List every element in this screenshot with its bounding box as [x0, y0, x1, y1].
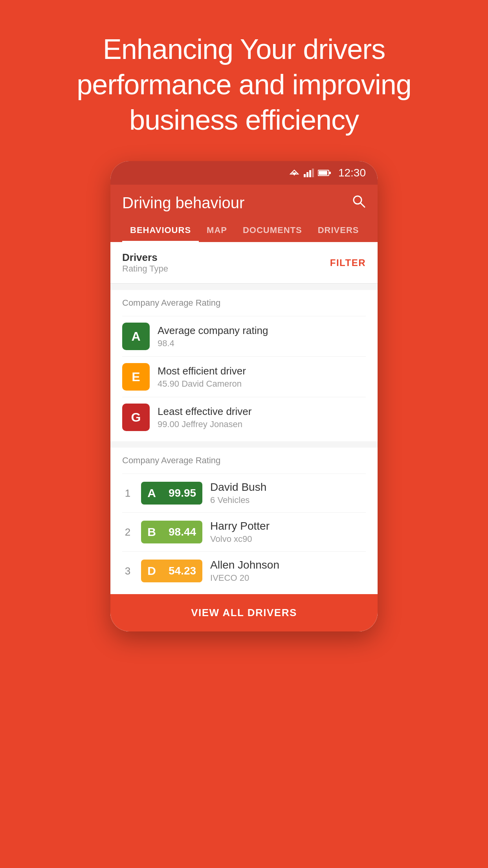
driver-sub-3: IVECO 20 — [210, 573, 279, 583]
driver-name-1: David Bush — [210, 481, 266, 494]
tab-bar: BEHAVIOURS MAP DOCUMENTS DRIVERS — [122, 220, 366, 242]
company-rating-section: Company Average Rating A Average company… — [110, 290, 378, 441]
average-company-value: 98.4 — [158, 338, 268, 349]
driver-rank-1: 1 — [122, 487, 133, 499]
phone-mockup: 12:30 Driving behaviour BEHAVIOURS MAP D… — [110, 161, 378, 631]
status-time: 12:30 — [338, 167, 366, 179]
app-bar: Driving behaviour BEHAVIOURS MAP DOCUMEN… — [110, 185, 378, 242]
driver-sub-2: Volvo xc90 — [210, 534, 270, 544]
tab-documents[interactable]: DOCUMENTS — [235, 220, 310, 242]
driver-item-1[interactable]: 1 A 99.95 David Bush 6 Vehicles — [122, 473, 366, 512]
hero-section: Enhancing Your drivers performance and i… — [0, 0, 488, 161]
tab-drivers[interactable]: DRIVERS — [310, 220, 367, 242]
tab-map[interactable]: MAP — [199, 220, 235, 242]
least-effective-label: Least effective driver — [158, 406, 251, 418]
rating-badge-a: A — [122, 323, 150, 350]
driver-badge-score-3: 54.23 — [162, 560, 202, 582]
company-rating-title: Company Average Rating — [122, 298, 366, 308]
signal-icon — [304, 169, 314, 177]
content-area: Drivers Rating Type FILTER Company Avera… — [110, 242, 378, 631]
driver-badge-score-2: 98.44 — [162, 521, 202, 543]
svg-rect-2 — [304, 174, 306, 177]
status-icons: 12:30 — [289, 167, 366, 179]
search-icon — [352, 194, 366, 208]
driver-rank-2: 2 — [122, 526, 133, 538]
rating-badge-e: E — [122, 363, 150, 391]
driver-info-1: David Bush 6 Vehicles — [210, 481, 266, 505]
driver-badge-letter-3: D — [141, 560, 162, 582]
rating-info-efficient: Most efficient driver 45.90 David Camero… — [158, 365, 246, 389]
average-company-label: Average company rating — [158, 325, 268, 337]
search-button[interactable] — [352, 194, 366, 212]
driver-info-2: Harry Potter Volvo xc90 — [210, 520, 270, 544]
hero-title: Enhancing Your drivers performance and i… — [24, 31, 464, 138]
filter-row: Drivers Rating Type FILTER — [110, 242, 378, 284]
driver-badge-1: A 99.95 — [141, 482, 202, 505]
driver-item-3[interactable]: 3 D 54.23 Allen Johnson IVECO 20 — [122, 551, 366, 590]
driver-list-section: Company Average Rating 1 A 99.95 David B… — [110, 448, 378, 594]
driver-badge-letter-1: A — [141, 482, 162, 505]
driver-list-title: Company Average Rating — [122, 455, 366, 466]
rating-badge-g: G — [122, 404, 150, 431]
driver-badge-2: B 98.44 — [141, 521, 202, 543]
battery-icon — [318, 169, 331, 176]
driver-info-3: Allen Johnson IVECO 20 — [210, 559, 279, 583]
svg-line-10 — [361, 203, 365, 207]
svg-rect-4 — [309, 170, 311, 177]
tab-behaviours[interactable]: BEHAVIOURS — [122, 220, 199, 242]
svg-rect-8 — [329, 172, 331, 174]
driver-sub-1: 6 Vehicles — [210, 495, 266, 505]
driver-badge-letter-2: B — [141, 521, 162, 543]
least-effective-value: 99.00 Jeffrey Jonasen — [158, 419, 251, 429]
driver-rank-3: 3 — [122, 565, 133, 577]
app-bar-top: Driving behaviour — [122, 194, 366, 212]
view-all-drivers-button[interactable]: VIEW ALL DRIVERS — [110, 594, 378, 631]
app-title: Driving behaviour — [122, 194, 244, 212]
status-bar: 12:30 — [110, 161, 378, 185]
rating-type-label: Rating Type — [122, 264, 168, 274]
driver-name-2: Harry Potter — [210, 520, 270, 532]
rating-item-efficient: E Most efficient driver 45.90 David Came… — [122, 356, 366, 397]
most-efficient-value: 45.90 David Cameron — [158, 379, 246, 389]
filter-button[interactable]: FILTER — [330, 257, 366, 268]
rating-info-average: Average company rating 98.4 — [158, 325, 268, 349]
driver-badge-3: D 54.23 — [141, 560, 202, 582]
svg-rect-5 — [312, 169, 314, 177]
filter-labels: Drivers Rating Type — [122, 251, 168, 274]
driver-badge-score-1: 99.95 — [162, 482, 202, 505]
svg-rect-7 — [319, 171, 327, 175]
wifi-icon — [289, 169, 300, 177]
most-efficient-label: Most efficient driver — [158, 365, 246, 377]
rating-item-least: G Least effective driver 99.00 Jeffrey J… — [122, 397, 366, 437]
driver-name-3: Allen Johnson — [210, 559, 279, 571]
drivers-label: Drivers — [122, 251, 168, 264]
rating-info-least: Least effective driver 99.00 Jeffrey Jon… — [158, 406, 251, 429]
rating-item-average: A Average company rating 98.4 — [122, 316, 366, 356]
driver-item-2[interactable]: 2 B 98.44 Harry Potter Volvo xc90 — [122, 512, 366, 551]
svg-rect-3 — [306, 172, 308, 177]
